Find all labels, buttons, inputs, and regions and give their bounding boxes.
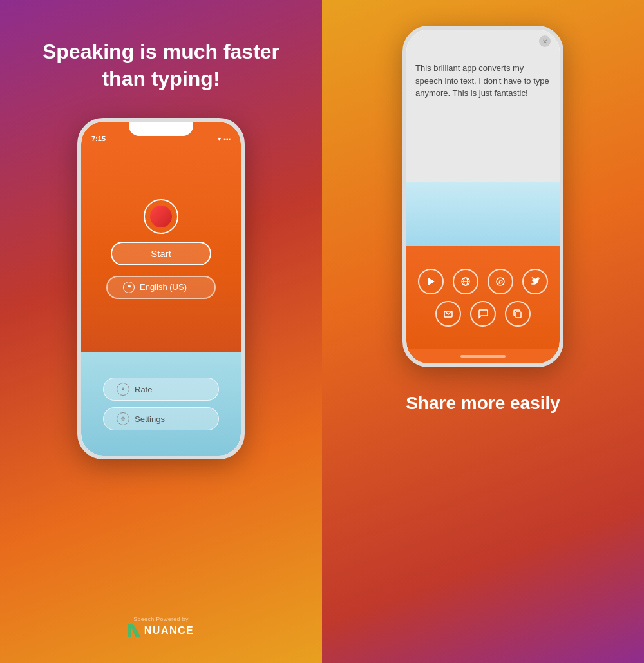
right-panel: ✕ This brilliant app converts my speech … bbox=[322, 0, 644, 663]
play-icon bbox=[426, 276, 436, 287]
message-button[interactable] bbox=[470, 301, 496, 327]
copy-icon bbox=[513, 309, 523, 319]
status-time: 7:15 bbox=[91, 135, 106, 142]
svg-rect-7 bbox=[516, 312, 521, 318]
start-button[interactable]: Start bbox=[111, 242, 211, 265]
copy-button[interactable] bbox=[505, 301, 531, 327]
phone-right-mockup: ✕ This brilliant app converts my speech … bbox=[402, 26, 564, 367]
phone-right-topbar: ✕ bbox=[406, 30, 560, 53]
phone-notch bbox=[129, 122, 193, 136]
play-button[interactable] bbox=[418, 269, 444, 294]
svg-point-5 bbox=[497, 278, 504, 285]
twitter-button[interactable] bbox=[522, 269, 548, 294]
record-dot bbox=[150, 206, 172, 227]
home-indicator bbox=[460, 355, 506, 358]
mail-button[interactable] bbox=[435, 301, 461, 327]
record-container: Start bbox=[111, 199, 211, 265]
svg-marker-1 bbox=[428, 278, 435, 285]
status-icons: ▾ ▪▪▪ bbox=[218, 135, 231, 142]
phone-bottom-area: ★ Rate ⚙ Settings bbox=[81, 352, 241, 456]
phone-right-blue-area bbox=[406, 182, 560, 246]
phone-main-area: Start ⚑ English (US) bbox=[81, 145, 241, 352]
flag-icon: ⚑ bbox=[123, 282, 135, 293]
phone-right-actions bbox=[406, 246, 560, 349]
twitter-icon bbox=[530, 276, 540, 287]
close-button[interactable]: ✕ bbox=[539, 35, 551, 47]
nuance-brand-name: NUANCE bbox=[144, 625, 194, 637]
left-panel: Speaking is much faster than typing! 7:1… bbox=[0, 0, 322, 663]
rate-button[interactable]: ★ Rate bbox=[103, 378, 219, 401]
settings-label: Settings bbox=[135, 414, 165, 424]
action-row-1 bbox=[418, 269, 548, 294]
whatsapp-button[interactable] bbox=[488, 269, 513, 294]
nuance-badge: Speech Powered by NUANCE bbox=[0, 616, 322, 637]
review-text: This brilliant app converts my speech in… bbox=[415, 63, 549, 98]
globe-button[interactable] bbox=[453, 269, 478, 294]
battery-icon: ▪▪▪ bbox=[223, 135, 231, 142]
whatsapp-icon bbox=[495, 276, 506, 287]
record-circle[interactable] bbox=[144, 199, 178, 234]
review-text-area: This brilliant app converts my speech in… bbox=[406, 53, 560, 182]
right-headline: Share more easily bbox=[380, 393, 586, 414]
gear-icon: ⚙ bbox=[117, 412, 129, 425]
mail-icon bbox=[443, 309, 453, 319]
nuance-logo-icon bbox=[128, 624, 141, 637]
home-indicator-bar bbox=[406, 349, 560, 363]
nuance-brand: NUANCE bbox=[128, 624, 194, 637]
language-button[interactable]: ⚑ English (US) bbox=[106, 276, 216, 299]
rate-label: Rate bbox=[135, 385, 152, 394]
svg-marker-0 bbox=[128, 624, 141, 637]
globe-icon bbox=[460, 276, 471, 287]
nuance-speech-label: Speech Powered by bbox=[133, 616, 189, 622]
action-row-2 bbox=[435, 301, 531, 327]
language-label: English (US) bbox=[140, 282, 187, 292]
message-icon bbox=[478, 309, 488, 319]
wifi-icon: ▾ bbox=[218, 135, 221, 142]
settings-button[interactable]: ⚙ Settings bbox=[103, 407, 219, 430]
star-icon: ★ bbox=[117, 383, 129, 396]
phone-left-mockup: 7:15 ▾ ▪▪▪ Start ⚑ English (US) bbox=[77, 118, 245, 459]
left-headline: Speaking is much faster than typing! bbox=[0, 39, 322, 92]
